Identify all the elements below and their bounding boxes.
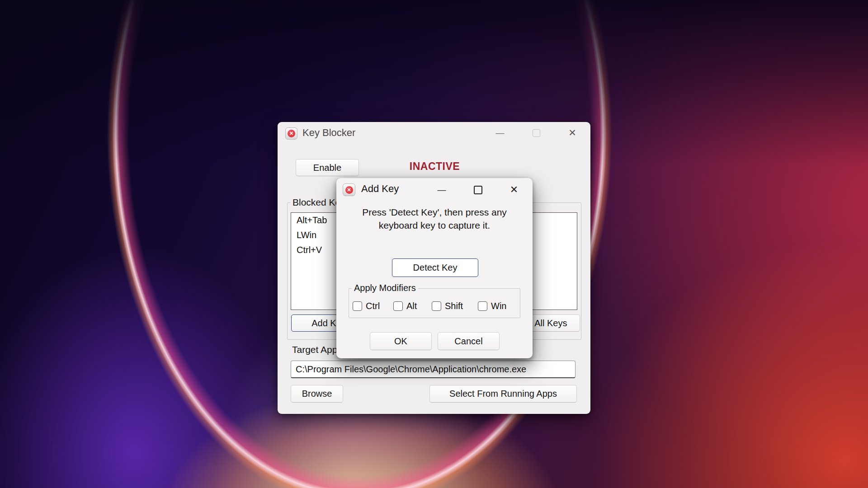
ok-button[interactable]: OK: [370, 332, 432, 350]
window-title: Key Blocker: [302, 122, 355, 144]
checkbox-shift-icon[interactable]: [432, 301, 441, 311]
desktop-wallpaper: ✕ Key Blocker — ✕ Enable INACTIVE Blocke…: [0, 0, 868, 488]
key-blocker-titlebar[interactable]: ✕ Key Blocker — ✕: [278, 122, 590, 144]
red-x-icon: ✕: [345, 186, 353, 194]
checkbox-win-icon[interactable]: [478, 301, 487, 311]
instruction-line-1: Press 'Detect Key', then press any: [336, 207, 533, 218]
cancel-button[interactable]: Cancel: [438, 332, 500, 350]
detect-key-button[interactable]: Detect Key: [392, 258, 478, 277]
checkbox-alt-label: Alt: [406, 301, 417, 311]
close-button[interactable]: ✕: [566, 127, 579, 139]
close-button[interactable]: ✕: [507, 183, 521, 196]
maximize-button[interactable]: [471, 183, 485, 196]
modifier-shift[interactable]: Shift: [432, 301, 463, 311]
add-key-app-icon: ✕: [343, 183, 355, 196]
modifier-win[interactable]: Win: [478, 301, 506, 311]
target-app-path-input[interactable]: [291, 361, 576, 378]
red-x-icon: ✕: [288, 130, 295, 137]
select-from-running-apps-button[interactable]: Select From Running Apps: [429, 385, 577, 403]
checkbox-shift-label: Shift: [445, 301, 463, 311]
minimize-button[interactable]: —: [435, 183, 448, 196]
enable-button[interactable]: Enable: [296, 159, 359, 176]
dialog-title: Add Key: [361, 178, 399, 200]
checkbox-alt-icon[interactable]: [393, 301, 403, 311]
maximize-icon: [533, 129, 540, 137]
instruction-line-2: keyboard key to capture it.: [336, 220, 533, 231]
checkbox-win-label: Win: [491, 301, 506, 311]
apply-modifiers-label: Apply Modifiers: [352, 283, 418, 293]
maximize-button[interactable]: [529, 127, 543, 139]
browse-button[interactable]: Browse: [291, 385, 343, 403]
modifier-alt[interactable]: Alt: [393, 301, 417, 311]
status-text: INACTIVE: [393, 160, 476, 173]
maximize-icon: [474, 186, 482, 194]
key-blocker-app-icon: ✕: [285, 127, 297, 140]
modifier-ctrl[interactable]: Ctrl: [353, 301, 380, 311]
minimize-button[interactable]: —: [493, 127, 507, 139]
add-key-titlebar[interactable]: ✕ Add Key — ✕: [336, 178, 533, 200]
checkbox-ctrl-icon[interactable]: [353, 301, 362, 311]
add-key-dialog: ✕ Add Key — ✕ Press 'Detect Key', then p…: [336, 178, 533, 358]
checkbox-ctrl-label: Ctrl: [366, 301, 380, 311]
